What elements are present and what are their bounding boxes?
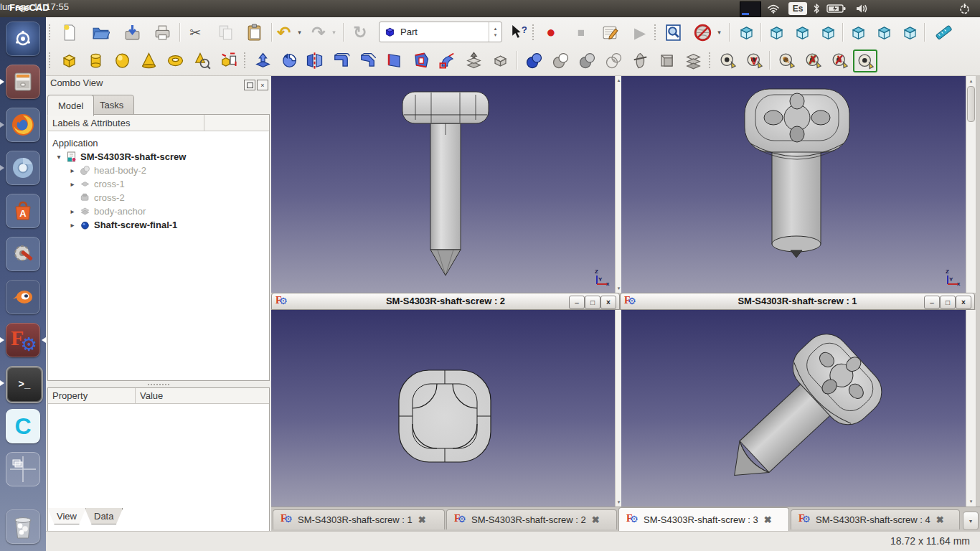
launcher-item-file-manager[interactable] xyxy=(6,65,40,99)
macro-edit-button[interactable] xyxy=(597,20,623,44)
close-button[interactable]: × xyxy=(600,296,616,309)
tab-model[interactable]: Model xyxy=(47,95,94,116)
tab-close-icon[interactable]: ✖ xyxy=(936,514,944,525)
viewport-axonometric-top[interactable]: Z Y x xyxy=(621,76,966,293)
toolbar-handle[interactable] xyxy=(532,24,536,40)
launcher-item-terminal[interactable]: >_ xyxy=(6,366,43,403)
tree-item-cross-2[interactable]: cross-2 xyxy=(80,191,125,204)
launcher-item-dash[interactable] xyxy=(6,22,40,56)
subwindow-titlebar[interactable]: F⚙ SM-S4303R-shaft-screw : 2 – □ × xyxy=(271,293,620,310)
value-column-header[interactable]: Value xyxy=(136,388,269,404)
launcher-item-freecad[interactable]: F ⚙ xyxy=(6,323,40,357)
top-view-button[interactable] xyxy=(789,20,815,44)
close-panel-button[interactable]: × xyxy=(257,80,268,90)
measure-clear-all-button[interactable]: ✗ xyxy=(800,48,826,72)
cone-button[interactable] xyxy=(136,48,161,72)
tree-item-body-anchor[interactable]: ▸ body-anchor xyxy=(69,204,146,218)
draw-style-dropdown[interactable]: ▾ xyxy=(715,20,724,44)
power-gear-icon[interactable] xyxy=(958,2,971,15)
collapsed-arrow-icon[interactable]: ▸ xyxy=(69,221,76,229)
cross-sections-button[interactable] xyxy=(680,48,706,72)
boolean-button[interactable] xyxy=(521,48,547,72)
scrollbar-thumb[interactable] xyxy=(967,86,975,122)
open-document-button[interactable] xyxy=(88,20,113,44)
right-view-button[interactable] xyxy=(815,20,841,44)
rear-view-button[interactable] xyxy=(845,20,871,44)
tree-header[interactable]: Labels & Attributes xyxy=(48,115,204,131)
copy-button[interactable] xyxy=(212,20,238,44)
measure-toggle-3d-button[interactable] xyxy=(853,50,877,72)
save-button[interactable] xyxy=(119,20,145,44)
panel-splitter[interactable] xyxy=(47,381,270,387)
mdi-tab-3[interactable]: F⚙ SM-S4303R-shaft-screw : 3 ✖ xyxy=(618,507,789,531)
mirror-button[interactable] xyxy=(301,48,327,72)
sweep-button[interactable] xyxy=(434,48,460,72)
minimize-button[interactable]: – xyxy=(924,296,940,309)
bottom-view-button[interactable] xyxy=(871,20,897,44)
draw-style-button[interactable] xyxy=(692,20,713,44)
launcher-item-trash[interactable] xyxy=(6,509,40,544)
launcher-item-firefox[interactable] xyxy=(6,108,40,142)
bluetooth-icon[interactable] xyxy=(813,2,820,15)
viewport-front-view[interactable]: Z Y x xyxy=(271,76,615,293)
tree-item-document[interactable]: ▾ SM-S4303R-shaft-screw xyxy=(55,150,186,164)
offset-button[interactable] xyxy=(461,48,486,72)
tab-tasks[interactable]: Tasks xyxy=(89,95,134,115)
volume-icon[interactable] xyxy=(855,2,870,15)
tree-item-cross-1[interactable]: ▸ cross-1 xyxy=(69,177,125,191)
axonometric-view-button[interactable] xyxy=(733,20,759,44)
redo-history-dropdown[interactable]: ▾ xyxy=(329,20,339,44)
collapsed-arrow-icon[interactable]: ▸ xyxy=(69,180,76,188)
make-face-button[interactable] xyxy=(381,48,407,72)
tab-close-icon[interactable]: ✖ xyxy=(592,514,600,525)
measure-refresh-button[interactable]: ✎ xyxy=(773,48,799,72)
torus-button[interactable] xyxy=(162,48,188,72)
scrollbar-vertical[interactable]: ▴ xyxy=(966,76,976,293)
toolbar-handle[interactable] xyxy=(244,52,248,68)
measure-linear-button[interactable] xyxy=(715,48,740,72)
cylinder-button[interactable] xyxy=(83,48,108,72)
mdi-tab-2[interactable]: F⚙ SM-S4303R-shaft-screw : 2 ✖ xyxy=(446,509,617,529)
tray-window-thumbnail[interactable] xyxy=(740,1,761,17)
union-button[interactable] xyxy=(574,48,600,72)
thickness-button[interactable] xyxy=(487,48,513,72)
mdi-tab-4[interactable]: F⚙ SM-S4303R-shaft-screw : 4 ✖ xyxy=(791,509,960,529)
section-button[interactable] xyxy=(627,48,653,72)
extrude-button[interactable] xyxy=(250,48,275,72)
scrollbar-vertical[interactable]: ▾ xyxy=(966,310,976,507)
front-view-button[interactable] xyxy=(763,20,789,44)
keyboard-layout-indicator[interactable]: Es xyxy=(788,2,807,15)
create-primitives-button[interactable] xyxy=(189,48,215,72)
tree-item-application[interactable]: Application xyxy=(52,136,98,150)
wifi-icon[interactable] xyxy=(767,2,780,15)
fillet-button[interactable] xyxy=(328,48,354,72)
refresh-button[interactable]: ↻ xyxy=(347,20,373,44)
collapsed-arrow-icon[interactable]: ▸ xyxy=(69,166,76,174)
toolbar-handle[interactable] xyxy=(709,52,712,68)
toolbar-handle[interactable] xyxy=(49,52,52,68)
intersection-button[interactable] xyxy=(600,48,626,72)
left-view-button[interactable] xyxy=(897,20,923,44)
toolbar-handle[interactable] xyxy=(49,24,52,40)
workbench-selector[interactable]: Part ▴▾ xyxy=(379,22,502,42)
undo-button[interactable]: ↶ xyxy=(274,20,294,44)
compound-button[interactable] xyxy=(654,48,679,72)
new-document-button[interactable] xyxy=(56,20,82,44)
launcher-item-system-settings[interactable] xyxy=(6,237,40,271)
launcher-item-software-center[interactable]: A xyxy=(6,194,40,228)
ruled-surface-button[interactable] xyxy=(407,48,433,72)
measure-angular-button[interactable]: V xyxy=(741,48,767,72)
mdi-tab-1[interactable]: F⚙ SM-S4303R-shaft-screw : 1 ✖ xyxy=(273,509,445,529)
boolean-cut-button[interactable] xyxy=(547,48,573,72)
minimize-button[interactable]: – xyxy=(569,296,585,309)
expanded-arrow-icon[interactable]: ▾ xyxy=(55,153,62,161)
redo-button[interactable]: ↷ xyxy=(308,20,329,44)
workbench-spinner[interactable]: ▴▾ xyxy=(489,22,501,42)
maximize-button[interactable]: □ xyxy=(585,296,600,309)
close-button[interactable]: × xyxy=(956,296,971,309)
launcher-item-chromium[interactable] xyxy=(6,151,40,185)
subwindow-titlebar[interactable]: F⚙ SM-S4303R-shaft-screw : 1 – □ × xyxy=(620,293,975,310)
measure-distance-button[interactable] xyxy=(930,20,956,44)
launcher-item-cura[interactable]: C xyxy=(6,409,40,443)
viewport-oblique-view[interactable] xyxy=(621,310,966,507)
